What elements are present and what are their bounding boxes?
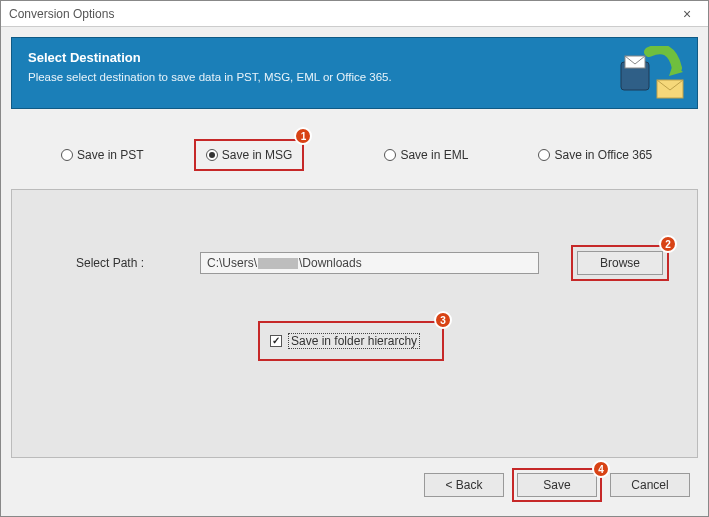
folder-hierarchy-checkbox[interactable] bbox=[270, 335, 282, 347]
titlebar: Conversion Options × bbox=[1, 1, 708, 27]
cancel-button[interactable]: Cancel bbox=[610, 473, 690, 497]
annotation-badge-2: 2 bbox=[659, 235, 677, 253]
redacted-username bbox=[258, 258, 298, 269]
dialog-content: Select Destination Please select destina… bbox=[1, 27, 708, 458]
close-icon[interactable]: × bbox=[672, 6, 702, 22]
save-button[interactable]: Save bbox=[517, 473, 597, 497]
header-subtitle: Please select destination to save data i… bbox=[28, 71, 597, 83]
options-panel: Select Path : C:\Users\\Downloads Browse… bbox=[11, 189, 698, 458]
radio-label: Save in MSG bbox=[222, 148, 293, 162]
path-value-prefix: C:\Users\ bbox=[207, 256, 257, 270]
destination-radios: Save in PST Save in MSG 1 Save in EML Sa… bbox=[11, 139, 698, 171]
path-row: Select Path : C:\Users\\Downloads Browse… bbox=[40, 245, 669, 281]
radio-save-eml[interactable]: Save in EML bbox=[374, 141, 478, 169]
path-input[interactable]: C:\Users\\Downloads bbox=[200, 252, 539, 274]
radio-save-pst[interactable]: Save in PST bbox=[51, 141, 154, 169]
annotation-badge-4: 4 bbox=[592, 460, 610, 478]
radio-label: Save in PST bbox=[77, 148, 144, 162]
radio-icon bbox=[206, 149, 218, 161]
radio-icon bbox=[61, 149, 73, 161]
browse-highlight: Browse 2 bbox=[571, 245, 669, 281]
dialog-footer: < Back Save 4 Cancel bbox=[1, 458, 708, 516]
save-highlight: Save 4 bbox=[512, 468, 602, 502]
back-button[interactable]: < Back bbox=[424, 473, 504, 497]
radio-save-msg[interactable]: Save in MSG 1 bbox=[194, 139, 305, 171]
header-banner: Select Destination Please select destina… bbox=[11, 37, 698, 109]
dialog-window: Conversion Options × Select Destination … bbox=[0, 0, 709, 517]
radio-label: Save in Office 365 bbox=[554, 148, 652, 162]
folder-hierarchy-row: Save in folder hierarchy 3 bbox=[258, 321, 444, 361]
radio-icon bbox=[384, 149, 396, 161]
folder-hierarchy-label: Save in folder hierarchy bbox=[288, 333, 420, 349]
radio-icon bbox=[538, 149, 550, 161]
path-label: Select Path : bbox=[40, 256, 180, 270]
annotation-badge-3: 3 bbox=[434, 311, 452, 329]
window-title: Conversion Options bbox=[9, 7, 672, 21]
mailbox-icon bbox=[617, 46, 687, 101]
annotation-badge-1: 1 bbox=[294, 127, 312, 145]
path-value-suffix: \Downloads bbox=[299, 256, 362, 270]
radio-save-o365[interactable]: Save in Office 365 bbox=[528, 141, 662, 169]
header-title: Select Destination bbox=[28, 50, 597, 65]
browse-button[interactable]: Browse bbox=[577, 251, 663, 275]
radio-label: Save in EML bbox=[400, 148, 468, 162]
